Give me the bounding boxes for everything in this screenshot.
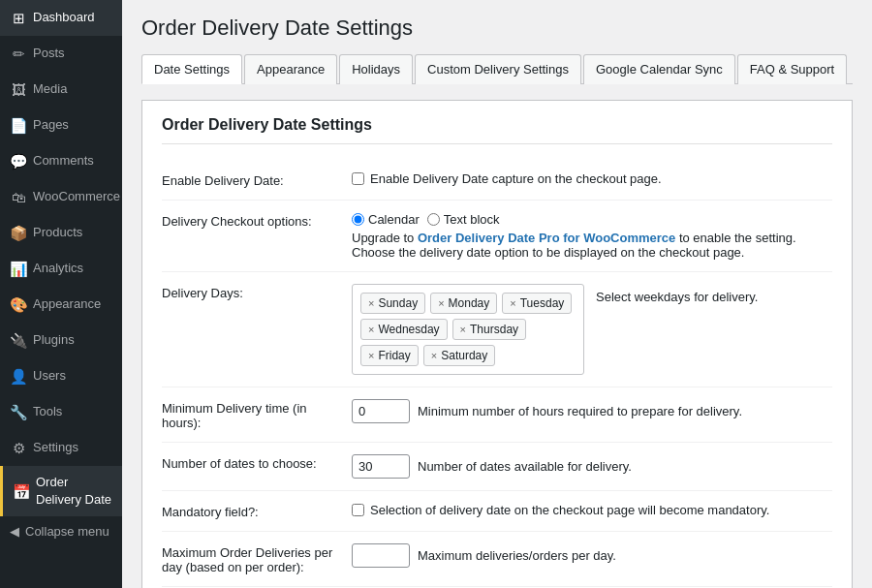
sidebar-label: WooCommerce	[33, 188, 120, 205]
sidebar-label: Products	[33, 224, 82, 241]
delivery-checkout-row: Delivery Checkout options: Calendar Text…	[162, 201, 832, 272]
plugins-icon: 🔌	[10, 330, 27, 351]
collapse-menu-button[interactable]: ◀ Collapse menu	[0, 516, 122, 546]
tab-holidays[interactable]: Holidays	[339, 54, 413, 84]
sidebar-item-dashboard[interactable]: ⊞ Dashboard	[0, 0, 122, 36]
sidebar-item-media[interactable]: 🖼 Media	[0, 72, 122, 108]
tag-remove-sunday[interactable]: ×	[368, 297, 374, 309]
day-tag-thursday[interactable]: ×Thursday	[452, 319, 526, 340]
delivery-checkout-control: Calendar Text block Upgrade to Order Del…	[352, 212, 832, 260]
tab-google-calendar[interactable]: Google Calendar Sync	[583, 54, 735, 84]
delivery-checkout-label: Delivery Checkout options:	[162, 212, 336, 229]
min-delivery-time-input[interactable]	[352, 399, 410, 423]
tag-remove-saturday[interactable]: ×	[431, 350, 437, 361]
sidebar-item-users[interactable]: 👤 Users	[0, 358, 122, 394]
appearance-icon: 🎨	[10, 294, 27, 315]
page-title: Order Delivery Date Settings	[141, 15, 853, 41]
day-tag-friday[interactable]: ×Friday	[360, 345, 419, 366]
radio-calendar-label: Calendar	[368, 212, 420, 227]
mandatory-field-checkbox[interactable]	[352, 504, 364, 516]
delivery-days-control: ×Sunday ×Monday ×Tuesday ×Wednesday ×Thu…	[352, 284, 832, 375]
day-tag-sunday[interactable]: ×Sunday	[360, 293, 425, 314]
collapse-icon: ◀	[10, 524, 19, 539]
max-order-deliveries-control: Maximum deliveries/orders per day.	[352, 543, 832, 568]
sidebar-item-settings[interactable]: ⚙ Settings	[0, 430, 122, 466]
sidebar-item-analytics[interactable]: 📊 Analytics	[0, 251, 122, 287]
tab-faq-support[interactable]: FAQ & Support	[737, 54, 847, 84]
sidebar-label: Pages	[33, 116, 69, 134]
tag-remove-friday[interactable]: ×	[368, 350, 374, 361]
enable-delivery-text: Enable Delivery Date capture on the chec…	[370, 171, 662, 186]
sidebar-label: Users	[33, 367, 66, 385]
upgrade-strong: Order Delivery Date Pro for WooCommerce	[418, 231, 675, 245]
sidebar-label: Analytics	[33, 260, 83, 277]
tag-container: ×Sunday ×Monday ×Tuesday ×Wednesday ×Thu…	[352, 284, 584, 375]
delivery-days-label: Delivery Days:	[162, 284, 336, 300]
radio-textblock-input[interactable]	[427, 213, 440, 226]
sidebar-item-products[interactable]: 📦 Products	[0, 215, 122, 251]
max-order-deliveries-label: Maximum Order Deliveries per day (based …	[162, 543, 336, 574]
upgrade-link[interactable]: Order Delivery Date Pro for WooCommerce	[418, 231, 675, 245]
upgrade-text: Upgrade to Order Delivery Date Pro for W…	[352, 231, 832, 245]
num-dates-control: Number of dates available for delivery.	[352, 454, 832, 479]
sidebar-item-order-delivery-date[interactable]: 📅 Order Delivery Date	[0, 466, 122, 516]
tab-appearance[interactable]: Appearance	[244, 54, 337, 84]
tag-remove-tuesday[interactable]: ×	[510, 297, 515, 309]
enable-delivery-control: Enable Delivery Date capture on the chec…	[352, 171, 832, 186]
sidebar-item-pages[interactable]: 📄 Pages	[0, 108, 122, 143]
settings-icon: ⚙	[10, 438, 27, 458]
max-order-deliveries-hint: Maximum deliveries/orders per day.	[418, 548, 616, 563]
min-delivery-time-row: Minimum Delivery time (in hours): Minimu…	[162, 387, 832, 443]
day-tag-saturday[interactable]: ×Saturday	[423, 345, 495, 366]
tag-remove-wednesday[interactable]: ×	[368, 324, 374, 335]
mandatory-field-control: Selection of delivery date on the checko…	[352, 503, 832, 517]
main-content: Order Delivery Date Settings Date Settin…	[122, 0, 872, 588]
tab-date-settings[interactable]: Date Settings	[141, 54, 242, 84]
sidebar-item-woocommerce[interactable]: 🛍 WooCommerce	[0, 179, 122, 215]
tabs-container: Date Settings Appearance Holidays Custom…	[141, 54, 853, 84]
max-order-deliveries-input[interactable]	[352, 543, 410, 568]
order-delivery-date-icon: 📅	[13, 481, 30, 502]
sidebar-label: Appearance	[33, 295, 101, 313]
comments-icon: 💬	[10, 151, 27, 171]
sidebar: ⊞ Dashboard ✏ Posts 🖼 Media 📄 Pages 💬 Co…	[0, 0, 122, 588]
media-icon: 🖼	[10, 79, 27, 100]
tag-remove-thursday[interactable]: ×	[460, 324, 466, 335]
day-tag-tuesday[interactable]: ×Tuesday	[502, 293, 572, 314]
sidebar-label: Comments	[33, 152, 94, 170]
settings-panel: Order Delivery Date Settings Enable Deli…	[141, 100, 853, 588]
enable-delivery-checkbox[interactable]	[352, 172, 364, 185]
sidebar-item-plugins[interactable]: 🔌 Plugins	[0, 323, 122, 358]
sidebar-item-appearance[interactable]: 🎨 Appearance	[0, 287, 122, 323]
sidebar-label: Media	[33, 80, 67, 98]
upgrade-prefix: Upgrade to	[352, 231, 418, 245]
analytics-icon: 📊	[10, 259, 27, 279]
day-tag-wednesday[interactable]: ×Wednesday	[360, 319, 448, 340]
num-dates-row: Number of dates to choose: Number of dat…	[162, 443, 832, 491]
mandatory-field-text: Selection of delivery date on the checko…	[370, 503, 769, 517]
sidebar-label: Posts	[33, 45, 65, 62]
days-hint: Select weekdays for delivery.	[596, 284, 758, 304]
users-icon: 👤	[10, 366, 27, 387]
sidebar-label: Tools	[33, 403, 62, 420]
tag-remove-monday[interactable]: ×	[438, 297, 444, 309]
tab-custom-delivery[interactable]: Custom Delivery Settings	[415, 54, 581, 84]
sidebar-item-posts[interactable]: ✏ Posts	[0, 36, 122, 72]
upgrade-suffix: to enable the setting.	[675, 231, 795, 245]
day-tag-monday[interactable]: ×Monday	[430, 293, 497, 314]
sidebar-label: Dashboard	[33, 9, 95, 26]
sidebar-label: Order Delivery Date	[36, 474, 112, 509]
min-delivery-time-hint: Minimum number of hours required to prep…	[418, 404, 742, 418]
mandatory-field-row: Mandatory field?: Selection of delivery …	[162, 491, 832, 532]
days-row: ×Sunday ×Monday ×Tuesday ×Wednesday ×Thu…	[352, 284, 832, 375]
num-dates-input[interactable]	[352, 454, 410, 479]
radio-calendar-input[interactable]	[352, 213, 364, 226]
delivery-checkout-desc: Choose the delivery date option to be di…	[352, 245, 832, 260]
sidebar-item-comments[interactable]: 💬 Comments	[0, 143, 122, 179]
radio-textblock-option: Text block	[427, 212, 500, 227]
sidebar-item-tools[interactable]: 🔧 Tools	[0, 394, 122, 430]
posts-icon: ✏	[10, 44, 27, 64]
mandatory-field-label: Mandatory field?:	[162, 503, 336, 519]
num-dates-hint: Number of dates available for delivery.	[418, 459, 632, 474]
products-icon: 📦	[10, 223, 27, 243]
